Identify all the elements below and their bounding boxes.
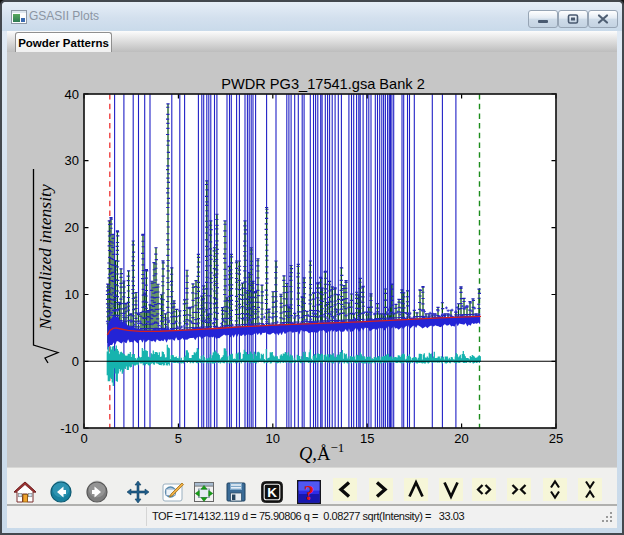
- svg-text:25: 25: [549, 431, 563, 446]
- svg-text:40: 40: [65, 87, 79, 102]
- svg-text:30: 30: [65, 153, 79, 168]
- svg-text:PWDR PG3_17541.gsa Bank 2: PWDR PG3_17541.gsa Bank 2: [221, 76, 425, 92]
- svg-text:Normalized intensity: Normalized intensity: [35, 184, 55, 331]
- svg-text:?: ?: [304, 481, 315, 505]
- svg-text:K: K: [267, 485, 277, 500]
- svg-text:10: 10: [65, 287, 79, 302]
- svg-text:0: 0: [80, 431, 87, 446]
- svg-text:0: 0: [72, 354, 79, 369]
- svg-text:20: 20: [65, 220, 79, 235]
- svg-text:10: 10: [266, 431, 280, 446]
- svg-text:5: 5: [175, 431, 182, 446]
- svg-text:15: 15: [360, 431, 374, 446]
- svg-text:-10: -10: [60, 421, 79, 436]
- svg-text:20: 20: [454, 431, 468, 446]
- svg-text:Q,Å−1: Q,Å−1: [299, 440, 344, 464]
